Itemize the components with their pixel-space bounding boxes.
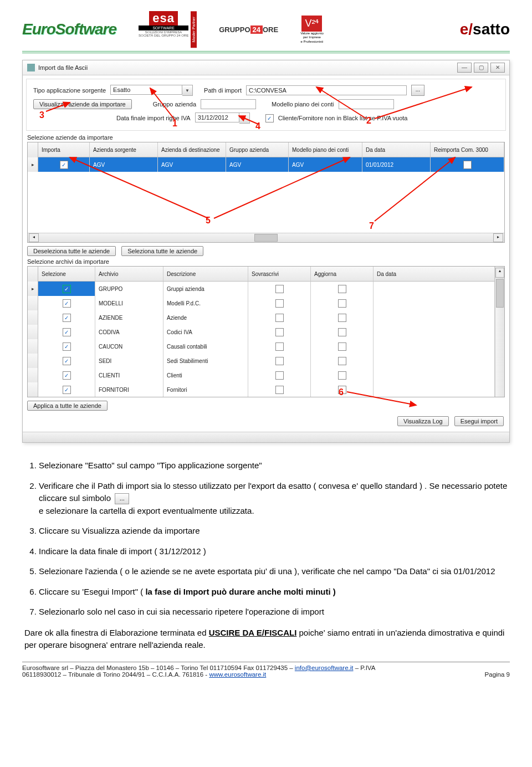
grid-aziende-row[interactable]: ▸ ✓ AGV AGV AGV AGV 01/01/2012 (28, 157, 504, 172)
footer-site-link[interactable]: www.eurosoftware.it (209, 671, 266, 678)
label-tipo-app: Tipo applicazione sorgente (33, 87, 106, 94)
checkbox-importa[interactable]: ✓ (60, 161, 68, 169)
instruction-item: Selezionarlo solo nel caso in cui sia ne… (39, 606, 508, 618)
chevron-down-icon[interactable]: ▼ (182, 85, 193, 96)
page-header: EuroSoftware esa SOFTWARE SOLUZIONI D'IM… (22, 11, 510, 53)
grid-archivi-row[interactable]: ✓ FORNITORI Fornitori (28, 382, 495, 397)
btn-seleziona-tutte[interactable]: Seleziona tutte le aziende (121, 246, 203, 256)
grid-archivi-row[interactable]: ✓ SEDI Sedi Stabilimenti (28, 354, 495, 368)
logo-eurosoftware: EuroSoftware (22, 21, 116, 38)
browse-icon: ... (115, 493, 129, 504)
input-path[interactable]: C:\CONVESA (246, 85, 407, 95)
maximize-button[interactable]: ▢ (474, 63, 488, 73)
label-gruppo: Gruppo azienda (153, 101, 196, 108)
instruction-item: Cliccare su Visualizza aziende da import… (39, 525, 508, 538)
input-modello[interactable] (339, 99, 394, 109)
instruction-text: Selezionare "Esatto" sul campo "Tipo app… (24, 459, 508, 652)
instruction-item: Cliccare su 'Esegui Import" ( la fase di… (39, 586, 508, 599)
page-footer: Eurosoftware srl – Piazza del Monastero … (22, 662, 510, 678)
checkbox-reimporta[interactable] (463, 161, 472, 169)
btn-visualizza-aziende[interactable]: Visualizza aziende da importare (33, 99, 132, 109)
close-button[interactable]: ✕ (490, 63, 505, 73)
screenshot-window: Import da file Ascii — ▢ ✕ Tipo applicaz… (22, 60, 510, 443)
label-data-finale: Data finale import righe IVA (116, 115, 191, 121)
scrollbar-vertical[interactable]: ▴ (495, 267, 504, 397)
label-path: Path di import (204, 87, 242, 94)
browse-button[interactable]: ... (411, 85, 424, 96)
product-brand: e/satto (460, 21, 510, 38)
btn-visualizza-log[interactable]: Visualizza Log (397, 416, 449, 426)
final-note: Dare ok alla finestra di Elaborazione te… (24, 627, 508, 652)
logo-gruppo24ore: GRUPPO24ORE (219, 25, 278, 34)
footer-email-link[interactable]: info@eurosoftware.it (295, 664, 354, 671)
page-number: Pagina 9 (485, 671, 510, 678)
instruction-item: Selezionare l'azienda ( o le aziende se … (39, 565, 508, 578)
statusbar (23, 432, 509, 442)
form-area: Tipo applicazione sorgente Esatto ▼ Path… (26, 79, 506, 131)
label-modello: Modello piano dei conti (272, 101, 334, 108)
grid-archivi-row[interactable]: ✓ CODIVA Codici IVA (28, 325, 495, 339)
btn-deseleziona-tutte[interactable]: Deseleziona tutte le aziende (27, 246, 116, 256)
input-gruppo[interactable] (201, 99, 256, 109)
grid-archivi-row[interactable]: ✓ CAUCON Causali contabili (28, 339, 495, 354)
grid-archivi-row[interactable]: ✓ CLIENTI Clienti (28, 368, 495, 382)
grid-archivi-row[interactable]: ✓ MODELLI Modelli P.d.C. (28, 296, 495, 310)
label-sel-archivi: Selezione archivi da importare (27, 258, 505, 265)
minimize-button[interactable]: — (457, 63, 472, 73)
checkbox-cliente-fornitore[interactable]: ✓ (265, 114, 274, 122)
instruction-item: Verificare che il Path di import sia lo … (39, 480, 508, 518)
input-data-finale[interactable]: 31/12/2012 ▼ (195, 113, 250, 124)
window-title: Import da file Ascii (38, 64, 88, 71)
instruction-item: Selezionare "Esatto" sul campo "Tipo app… (39, 459, 508, 472)
btn-esegui-import[interactable]: Esegui import (454, 416, 504, 426)
chevron-down-icon[interactable]: ▼ (239, 113, 250, 124)
btn-applica-tutte[interactable]: Applica a tutte le aziende (27, 401, 108, 411)
window-titlebar: Import da file Ascii — ▢ ✕ (23, 60, 509, 75)
label-cliente-fornitore: Cliente/Fornitore non in Black list se P… (278, 115, 408, 121)
grid-archivi-row[interactable]: ▸ ✓ GRUPPO Gruppi azienda (28, 282, 495, 296)
instruction-item: Indicare la data finale di import ( 31/1… (39, 545, 508, 558)
grid-aziende: Importa Azienda sorgente Azienda di dest… (27, 142, 505, 243)
grid-archivi-row[interactable]: ✓ AZIENDE Aziende (28, 310, 495, 325)
label-sel-aziende: Selezione aziende da importare (27, 134, 505, 141)
logo-esa: esa SOFTWARE SOLUZIONI D'IMPRESA SOCIETÀ… (139, 11, 197, 48)
window-icon (27, 64, 35, 71)
combo-tipo-app[interactable]: Esatto ▼ (110, 85, 193, 96)
logo-v24: V²⁴ Valore aggiunto per Imprese e Profes… (300, 16, 324, 44)
grid-archivi: Selezione Archivio Descrizione Sovrascri… (27, 266, 505, 397)
scrollbar-horizontal[interactable]: ◂▸ (28, 233, 504, 242)
